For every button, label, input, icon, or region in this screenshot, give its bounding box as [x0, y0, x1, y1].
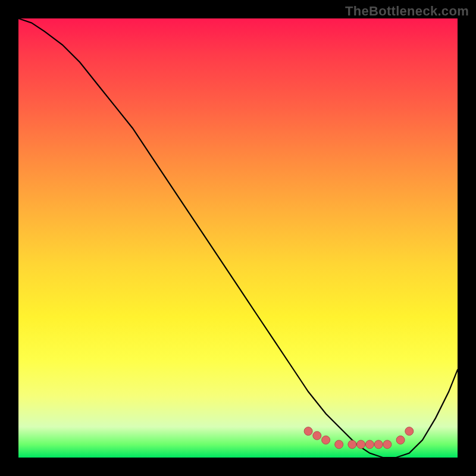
- watermark-text: TheBottleneck.com: [345, 4, 469, 19]
- bottleneck-curve: [18, 18, 458, 458]
- highlight-dot: [396, 436, 405, 444]
- chart-frame: TheBottleneck.com: [0, 0, 476, 476]
- highlight-dot: [374, 440, 383, 449]
- highlight-dot: [322, 436, 330, 444]
- optimal-range-dots: [304, 427, 414, 449]
- highlight-dot: [313, 431, 321, 440]
- highlight-dot: [365, 440, 374, 449]
- highlight-dot: [405, 427, 414, 436]
- highlight-dot: [335, 440, 343, 449]
- chart-svg: [18, 18, 458, 458]
- plot-area: [18, 18, 458, 458]
- highlight-dot: [357, 440, 365, 449]
- highlight-dot: [304, 427, 312, 436]
- highlight-dot: [348, 440, 356, 449]
- highlight-dot: [383, 440, 392, 449]
